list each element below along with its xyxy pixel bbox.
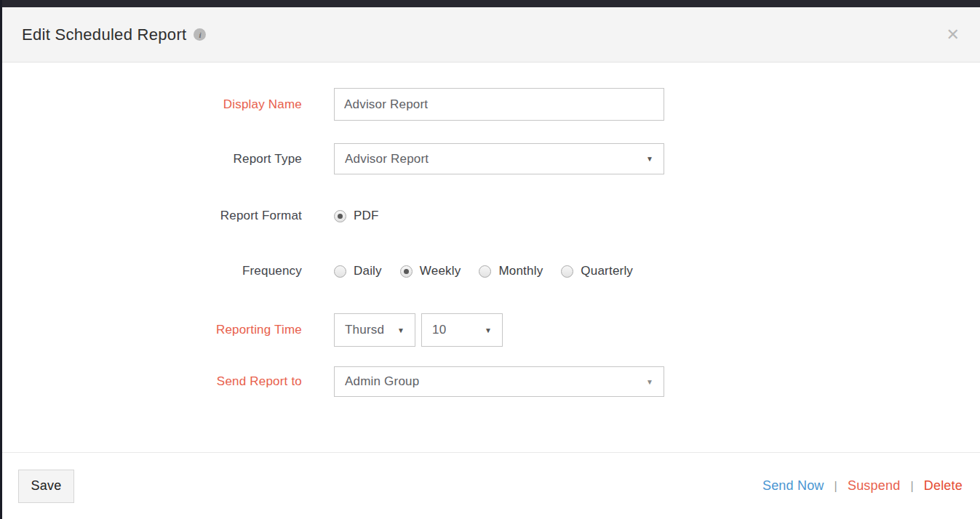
report-type-select[interactable]: Advisor Report ▼ [334, 143, 664, 174]
frequency-radio-group: Daily Weekly Monthly Quarterly [334, 264, 633, 278]
suspend-link[interactable]: Suspend [848, 478, 900, 494]
radio-label-quarterly: Quarterly [581, 264, 633, 278]
send-report-to-selected-value: Admin Group [345, 374, 419, 389]
reporting-day-selected-value: Thursd [345, 323, 384, 337]
radio-label-daily: Daily [354, 264, 382, 278]
report-format-radio-group: PDF [334, 209, 379, 223]
reporting-day-select[interactable]: Thursd ▼ [334, 313, 415, 347]
radio-icon-weekly[interactable] [400, 265, 413, 278]
field-row-display-name: Display Name [0, 88, 980, 121]
chevron-down-icon: ▼ [646, 155, 653, 163]
info-icon[interactable]: i [194, 28, 206, 41]
delete-link[interactable]: Delete [924, 478, 963, 494]
field-row-report-format: Report Format PDF [0, 209, 980, 223]
field-row-frequency: Frequency Daily Weekly Monthly [0, 264, 980, 278]
edit-scheduled-report-modal: Edit Scheduled Report i ✕ Display Name R… [0, 0, 980, 519]
link-separator: | [910, 480, 913, 493]
display-name-input[interactable] [334, 88, 664, 121]
radio-option-quarterly[interactable]: Quarterly [561, 264, 633, 278]
reporting-time-label: Reporting Time [0, 323, 302, 337]
chevron-down-icon: ▼ [397, 326, 405, 334]
radio-icon-quarterly[interactable] [561, 265, 573, 278]
report-type-selected-value: Advisor Report [345, 152, 429, 166]
chevron-down-icon: ▼ [646, 378, 653, 386]
reporting-hour-selected-value: 10 [432, 323, 446, 337]
modal-header: Edit Scheduled Report i ✕ [0, 7, 980, 63]
modal-body: Display Name Report Type Advisor Report … [0, 63, 980, 397]
radio-option-pdf[interactable]: PDF [334, 209, 379, 223]
reporting-hour-select[interactable]: 10 ▼ [421, 313, 503, 347]
background-left-strip [0, 0, 2, 519]
background-top-strip [0, 0, 980, 7]
chevron-down-icon: ▼ [485, 326, 492, 334]
field-row-reporting-time: Reporting Time Thursd ▼ 10 ▼ [0, 313, 980, 347]
footer-links: Send Now | Suspend | Delete [762, 478, 963, 494]
close-icon[interactable]: ✕ [947, 27, 960, 43]
radio-icon-pdf[interactable] [334, 210, 346, 222]
radio-icon-monthly[interactable] [479, 265, 491, 278]
report-format-label: Report Format [0, 209, 302, 223]
field-row-send-report-to: Send Report to Admin Group ▼ [0, 366, 980, 397]
modal-footer: Save Send Now | Suspend | Delete [0, 452, 980, 519]
radio-option-weekly[interactable]: Weekly [400, 264, 461, 278]
radio-option-monthly[interactable]: Monthly [479, 264, 543, 278]
save-button[interactable]: Save [18, 470, 74, 503]
field-row-report-type: Report Type Advisor Report ▼ [0, 143, 980, 174]
report-type-label: Report Type [0, 152, 302, 166]
radio-option-daily[interactable]: Daily [334, 264, 382, 278]
modal-title: Edit Scheduled Report [22, 25, 186, 44]
radio-label-weekly: Weekly [420, 264, 461, 278]
frequency-label: Frequency [0, 264, 302, 278]
link-separator: | [834, 480, 837, 493]
radio-label-monthly: Monthly [498, 264, 543, 278]
send-report-to-label: Send Report to [0, 374, 302, 389]
radio-label-pdf: PDF [354, 209, 379, 223]
send-report-to-select[interactable]: Admin Group ▼ [334, 366, 664, 397]
radio-icon-daily[interactable] [334, 265, 346, 278]
send-now-link[interactable]: Send Now [762, 478, 824, 494]
display-name-label: Display Name [0, 97, 302, 112]
